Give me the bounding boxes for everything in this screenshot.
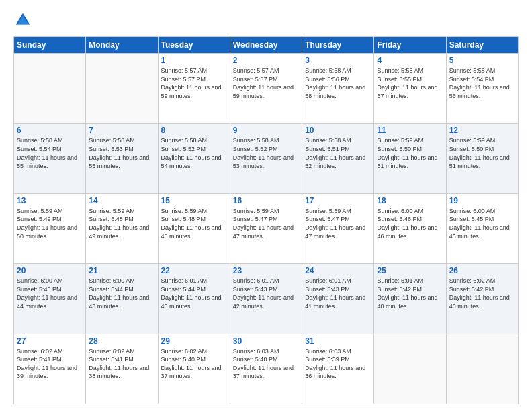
day-number: 7: [89, 126, 154, 135]
calendar-header-row: SundayMondayTuesdayWednesdayThursdayFrid…: [14, 37, 519, 54]
day-number: 12: [449, 126, 515, 135]
calendar-cell: 1Sunrise: 5:57 AMSunset: 5:57 PMDaylight…: [158, 54, 230, 124]
calendar-cell: 28Sunrise: 6:02 AMSunset: 5:41 PMDayligh…: [86, 334, 158, 404]
cell-info: Sunrise: 5:59 AMSunset: 5:48 PMDaylight:…: [89, 207, 154, 240]
day-of-week-header: Friday: [374, 37, 446, 54]
cell-info: Sunrise: 5:58 AMSunset: 5:52 PMDaylight:…: [161, 136, 227, 170]
cell-info: Sunrise: 6:01 AMSunset: 5:43 PMDaylight:…: [305, 277, 371, 310]
day-number: 24: [305, 266, 371, 275]
calendar-week-row: 1Sunrise: 5:57 AMSunset: 5:57 PMDaylight…: [14, 54, 519, 124]
page: SundayMondayTuesdayWednesdayThursdayFrid…: [0, 0, 532, 411]
cell-info: Sunrise: 5:58 AMSunset: 5:52 PMDaylight:…: [233, 136, 299, 170]
cell-info: Sunrise: 5:59 AMSunset: 5:49 PMDaylight:…: [17, 207, 83, 240]
cell-info: Sunrise: 6:03 AMSunset: 5:40 PMDaylight:…: [233, 347, 299, 381]
cell-info: Sunrise: 6:02 AMSunset: 5:41 PMDaylight:…: [17, 347, 83, 381]
day-of-week-header: Thursday: [302, 37, 374, 54]
cell-info: Sunrise: 6:01 AMSunset: 5:44 PMDaylight:…: [161, 277, 227, 310]
header: [13, 11, 519, 30]
day-number: 10: [305, 126, 371, 135]
calendar-week-row: 6Sunrise: 5:58 AMSunset: 5:54 PMDaylight…: [14, 124, 519, 193]
cell-info: Sunrise: 5:58 AMSunset: 5:53 PMDaylight:…: [89, 136, 154, 170]
day-number: 9: [233, 126, 299, 135]
day-of-week-header: Saturday: [446, 37, 518, 54]
day-of-week-header: Sunday: [14, 37, 86, 54]
calendar-cell: 2Sunrise: 5:57 AMSunset: 5:57 PMDaylight…: [230, 54, 302, 124]
cell-info: Sunrise: 6:00 AMSunset: 5:45 PMDaylight:…: [17, 277, 83, 310]
day-number: 19: [449, 196, 515, 205]
calendar-cell: 7Sunrise: 5:58 AMSunset: 5:53 PMDaylight…: [86, 124, 158, 193]
day-number: 29: [161, 336, 227, 346]
day-number: 26: [449, 266, 515, 275]
calendar-cell: 30Sunrise: 6:03 AMSunset: 5:40 PMDayligh…: [230, 334, 302, 404]
cell-info: Sunrise: 5:58 AMSunset: 5:56 PMDaylight:…: [305, 66, 371, 100]
day-number: 3: [305, 56, 371, 65]
cell-info: Sunrise: 5:59 AMSunset: 5:50 PMDaylight:…: [449, 136, 515, 170]
calendar-cell: 23Sunrise: 6:01 AMSunset: 5:43 PMDayligh…: [230, 264, 302, 334]
day-number: 1: [161, 56, 227, 65]
calendar-cell: [86, 54, 158, 124]
cell-info: Sunrise: 6:00 AMSunset: 5:44 PMDaylight:…: [89, 277, 154, 310]
calendar-week-row: 20Sunrise: 6:00 AMSunset: 5:45 PMDayligh…: [14, 264, 519, 334]
day-number: 14: [89, 196, 154, 205]
calendar-cell: 29Sunrise: 6:02 AMSunset: 5:40 PMDayligh…: [158, 334, 230, 404]
calendar-cell: 22Sunrise: 6:01 AMSunset: 5:44 PMDayligh…: [158, 264, 230, 334]
calendar-week-row: 13Sunrise: 5:59 AMSunset: 5:49 PMDayligh…: [14, 193, 519, 263]
day-number: 21: [89, 266, 154, 275]
cell-info: Sunrise: 6:00 AMSunset: 5:46 PMDaylight:…: [377, 207, 443, 240]
calendar-table: SundayMondayTuesdayWednesdayThursdayFrid…: [13, 36, 519, 404]
calendar-cell: 11Sunrise: 5:59 AMSunset: 5:50 PMDayligh…: [374, 124, 446, 193]
calendar-cell: 24Sunrise: 6:01 AMSunset: 5:43 PMDayligh…: [302, 264, 374, 334]
cell-info: Sunrise: 5:59 AMSunset: 5:47 PMDaylight:…: [233, 207, 299, 240]
day-number: 4: [377, 56, 443, 65]
calendar-week-row: 27Sunrise: 6:02 AMSunset: 5:41 PMDayligh…: [14, 334, 519, 404]
day-number: 30: [233, 336, 299, 346]
calendar-cell: 31Sunrise: 6:03 AMSunset: 5:39 PMDayligh…: [302, 334, 374, 404]
day-number: 22: [161, 266, 227, 275]
calendar-cell: 8Sunrise: 5:58 AMSunset: 5:52 PMDaylight…: [158, 124, 230, 193]
day-number: 20: [17, 266, 83, 275]
calendar-cell: 12Sunrise: 5:59 AMSunset: 5:50 PMDayligh…: [446, 124, 518, 193]
calendar-cell: 20Sunrise: 6:00 AMSunset: 5:45 PMDayligh…: [14, 264, 86, 334]
cell-info: Sunrise: 5:59 AMSunset: 5:48 PMDaylight:…: [161, 207, 227, 240]
calendar-cell: [446, 334, 518, 404]
calendar-cell: [14, 54, 86, 124]
cell-info: Sunrise: 5:58 AMSunset: 5:54 PMDaylight:…: [449, 66, 515, 100]
cell-info: Sunrise: 5:58 AMSunset: 5:51 PMDaylight:…: [305, 136, 371, 170]
cell-info: Sunrise: 6:01 AMSunset: 5:42 PMDaylight:…: [377, 277, 443, 310]
calendar-cell: 13Sunrise: 5:59 AMSunset: 5:49 PMDayligh…: [14, 193, 86, 263]
calendar-cell: 9Sunrise: 5:58 AMSunset: 5:52 PMDaylight…: [230, 124, 302, 193]
calendar-cell: 14Sunrise: 5:59 AMSunset: 5:48 PMDayligh…: [86, 193, 158, 263]
day-number: 18: [377, 196, 443, 205]
day-of-week-header: Wednesday: [230, 37, 302, 54]
day-number: 27: [17, 336, 83, 346]
cell-info: Sunrise: 6:02 AMSunset: 5:41 PMDaylight:…: [89, 347, 154, 381]
calendar-cell: 16Sunrise: 5:59 AMSunset: 5:47 PMDayligh…: [230, 193, 302, 263]
calendar-cell: 19Sunrise: 6:00 AMSunset: 5:45 PMDayligh…: [446, 193, 518, 263]
day-of-week-header: Tuesday: [158, 37, 230, 54]
day-number: 17: [305, 196, 371, 205]
cell-info: Sunrise: 5:59 AMSunset: 5:47 PMDaylight:…: [305, 207, 371, 240]
calendar-cell: 21Sunrise: 6:00 AMSunset: 5:44 PMDayligh…: [86, 264, 158, 334]
logo-icon: [13, 11, 32, 30]
day-number: 13: [17, 196, 83, 205]
calendar-cell: 3Sunrise: 5:58 AMSunset: 5:56 PMDaylight…: [302, 54, 374, 124]
day-number: 28: [89, 336, 154, 346]
calendar-cell: 25Sunrise: 6:01 AMSunset: 5:42 PMDayligh…: [374, 264, 446, 334]
calendar-cell: 10Sunrise: 5:58 AMSunset: 5:51 PMDayligh…: [302, 124, 374, 193]
day-number: 31: [305, 336, 371, 346]
calendar-cell: 18Sunrise: 6:00 AMSunset: 5:46 PMDayligh…: [374, 193, 446, 263]
day-number: 15: [161, 196, 227, 205]
calendar-cell: 27Sunrise: 6:02 AMSunset: 5:41 PMDayligh…: [14, 334, 86, 404]
cell-info: Sunrise: 5:57 AMSunset: 5:57 PMDaylight:…: [233, 66, 299, 100]
day-number: 5: [449, 56, 515, 65]
logo: [13, 11, 35, 30]
calendar-cell: 26Sunrise: 6:02 AMSunset: 5:42 PMDayligh…: [446, 264, 518, 334]
cell-info: Sunrise: 6:03 AMSunset: 5:39 PMDaylight:…: [305, 347, 371, 381]
day-number: 23: [233, 266, 299, 275]
calendar-cell: 15Sunrise: 5:59 AMSunset: 5:48 PMDayligh…: [158, 193, 230, 263]
cell-info: Sunrise: 5:58 AMSunset: 5:55 PMDaylight:…: [377, 66, 443, 100]
day-number: 25: [377, 266, 443, 275]
calendar-cell: 6Sunrise: 5:58 AMSunset: 5:54 PMDaylight…: [14, 124, 86, 193]
day-number: 8: [161, 126, 227, 135]
cell-info: Sunrise: 6:00 AMSunset: 5:45 PMDaylight:…: [449, 207, 515, 240]
